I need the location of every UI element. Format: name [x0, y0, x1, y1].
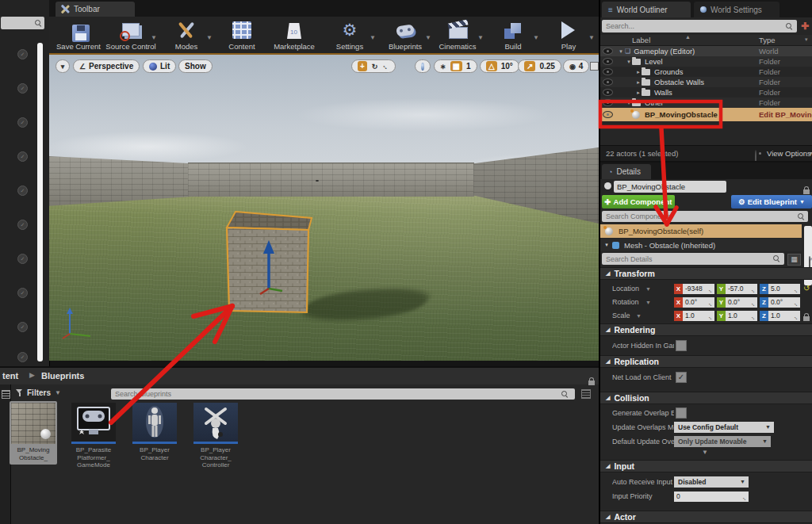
- search-blueprints-input[interactable]: Search Blueprints: [111, 388, 575, 400]
- generate-overlap-checkbox[interactable]: [676, 407, 687, 419]
- property-matrix-icon[interactable]: ▦: [787, 254, 801, 266]
- lit-mode-button[interactable]: Lit: [143, 59, 176, 73]
- chevron-down-icon[interactable]: ▼: [533, 34, 539, 41]
- default-update-overlaps-dropdown[interactable]: Only Update Movable▼: [674, 436, 771, 447]
- location-z-field[interactable]: 5.0↔: [768, 284, 800, 294]
- scale-y-field[interactable]: 1.0↔: [726, 311, 757, 321]
- auto-receive-input-dropdown[interactable]: Disabled▼: [674, 476, 749, 488]
- visibility-eye-icon[interactable]: [603, 68, 613, 75]
- chevron-down-icon[interactable]: ▼: [645, 300, 651, 305]
- chevron-down-icon[interactable]: ▼: [370, 34, 376, 41]
- expand-arrow-icon[interactable]: ▾: [618, 48, 624, 55]
- scale-z-field[interactable]: 1.0↔: [768, 311, 800, 321]
- show-button[interactable]: Show: [178, 59, 213, 73]
- expand-arrow-icon[interactable]: ▾: [626, 59, 632, 65]
- section-actor[interactable]: ◢ Actor: [600, 511, 812, 523]
- update-overlaps-dropdown[interactable]: Use Config Default▼: [674, 422, 774, 433]
- edit-blueprint-button[interactable]: ⚙ Edit Blueprint ▼: [731, 195, 812, 208]
- visibility-eye-icon[interactable]: [603, 89, 613, 96]
- outliner-row-grounds[interactable]: ▸ Grounds Folder: [600, 67, 812, 77]
- lock-icon[interactable]: [803, 189, 810, 194]
- left-search-input[interactable]: [1, 17, 44, 29]
- rotation-snap-icon[interactable]: △: [486, 61, 497, 71]
- grid-snap-group[interactable]: ∗ ▦ 1: [434, 59, 477, 73]
- asset-bp-player-character[interactable]: BP_Player Character: [131, 403, 178, 461]
- visibility-eye-icon[interactable]: [603, 48, 613, 55]
- outliner-row-gameplay[interactable]: ▾ ❏ Gameplay (Editor) World: [600, 46, 812, 56]
- column-label[interactable]: Label: [632, 36, 650, 44]
- scale-snap-icon[interactable]: ↗: [524, 61, 535, 71]
- location-y-field[interactable]: -57.0↔: [726, 284, 757, 294]
- camera-speed-group[interactable]: ◉ 4: [563, 59, 589, 73]
- lock-scale-icon[interactable]: [803, 316, 810, 321]
- chevron-down-icon[interactable]: ▼: [425, 34, 431, 41]
- lock-icon[interactable]: [588, 381, 595, 385]
- add-actor-icon[interactable]: ✚: [801, 21, 809, 32]
- transform-tools-group[interactable]: + ↻ ↔: [351, 59, 396, 73]
- left-item-icon[interactable]: ✓: [17, 220, 28, 230]
- outliner-row-obstacle-walls[interactable]: ▸ Obstacle Walls Folder: [600, 77, 812, 87]
- toolbar-tab[interactable]: Toolbar: [56, 2, 135, 17]
- scale-tool-icon[interactable]: ↔: [381, 61, 391, 71]
- chevron-down-icon[interactable]: ▼: [151, 34, 157, 41]
- chevron-down-icon[interactable]: ▼: [808, 151, 812, 156]
- move-tool-icon[interactable]: +: [358, 61, 367, 71]
- left-item-icon[interactable]: ✓: [17, 254, 28, 264]
- scale-snap-value[interactable]: 0.25: [539, 62, 554, 71]
- net-load-checkbox[interactable]: ✓: [676, 372, 687, 383]
- modes-button[interactable]: Modes ▼: [160, 17, 213, 53]
- location-x-field[interactable]: -9348↔: [683, 284, 714, 294]
- edit-blueprint-link[interactable]: Edit BP_MovingO: [759, 110, 812, 119]
- left-item-icon[interactable]: ✓: [17, 151, 28, 162]
- chevron-down-icon[interactable]: ▼: [588, 34, 595, 41]
- cinematics-button[interactable]: Cinematics ▼: [431, 17, 484, 53]
- view-options-icon[interactable]: [581, 389, 591, 399]
- outliner-row-bp-movingobstacle-selected[interactable]: BP_MovingObstacle Edit BP_MovingO: [600, 108, 812, 121]
- section-rendering[interactable]: ◢ Rendering: [600, 323, 812, 336]
- search-details-input[interactable]: Search Details: [602, 253, 784, 265]
- perspective-button[interactable]: ∠ Perspective: [73, 59, 140, 73]
- section-transform[interactable]: ◢ Transform: [600, 267, 812, 280]
- expand-arrow-icon[interactable]: ▸: [635, 90, 642, 96]
- rotation-y-field[interactable]: 0.0°↔: [726, 297, 757, 308]
- viewport-3d[interactable]: ▾ ∠ Perspective Lit Show + ↻ ↔ ∗ ▦ 1 △ 1…: [49, 53, 599, 361]
- content-button[interactable]: Content: [216, 17, 268, 53]
- input-priority-field[interactable]: 0↔: [674, 491, 749, 502]
- maximize-viewport-icon[interactable]: [590, 62, 599, 71]
- left-item-icon[interactable]: ✓: [17, 49, 28, 59]
- chevron-down-icon[interactable]: ▼: [645, 286, 651, 292]
- left-item-icon[interactable]: ✓: [17, 83, 28, 94]
- asset-bp-player-character-controller[interactable]: BP_Player Character_ Controller: [192, 403, 239, 469]
- actor-hidden-checkbox[interactable]: [676, 340, 687, 351]
- component-row-self-selected[interactable]: BP_MovingObstacle(self): [600, 224, 802, 238]
- outliner-row-level[interactable]: ▾ Level Folder: [600, 56, 812, 67]
- left-item-icon[interactable]: ✓: [17, 352, 28, 362]
- breadcrumb-root[interactable]: tent: [2, 371, 18, 381]
- section-replication[interactable]: ◢ Replication: [600, 355, 812, 368]
- asset-bp-moving-obstacle[interactable]: BP_Moving Obstacle_: [10, 401, 57, 465]
- outliner-row-other[interactable]: ▾ Other Folder: [600, 98, 812, 108]
- settings-button[interactable]: ⚙ Settings ▼: [324, 17, 376, 53]
- left-item-icon[interactable]: ✓: [17, 117, 28, 128]
- selected-moving-obstacle-cube[interactable]: [224, 208, 316, 318]
- grid-snap-value[interactable]: 1: [466, 62, 471, 71]
- expand-more-icon[interactable]: ▼: [702, 449, 708, 456]
- viewport-options-dropdown[interactable]: ▾: [56, 59, 70, 73]
- outliner-search-input[interactable]: Search...: [602, 20, 797, 33]
- chevron-down-icon[interactable]: ▼: [206, 34, 213, 41]
- visibility-eye-icon[interactable]: [603, 111, 613, 118]
- sources-panel-icon[interactable]: [2, 390, 10, 399]
- camera-speed-value[interactable]: 4: [579, 62, 584, 71]
- outliner-row-walls[interactable]: ▸ Walls Folder: [600, 87, 812, 98]
- scale-x-field[interactable]: 1.0↔: [683, 311, 714, 321]
- visibility-eye-icon[interactable]: [603, 58, 613, 65]
- marketplace-button[interactable]: Marketplace: [268, 17, 320, 53]
- column-type[interactable]: Type: [759, 36, 776, 44]
- left-item-icon[interactable]: ✓: [17, 322, 28, 332]
- column-options-icon[interactable]: ▾: [805, 36, 808, 43]
- expand-arrow-icon[interactable]: ▸: [635, 69, 642, 75]
- visibility-eye-icon[interactable]: [603, 78, 613, 86]
- component-row-mesh[interactable]: ▾ Mesh - Obstacle (Inherited): [600, 239, 802, 251]
- add-component-button[interactable]: ✚ Add Component: [602, 195, 675, 208]
- expand-arrow-icon[interactable]: ▾: [603, 242, 610, 248]
